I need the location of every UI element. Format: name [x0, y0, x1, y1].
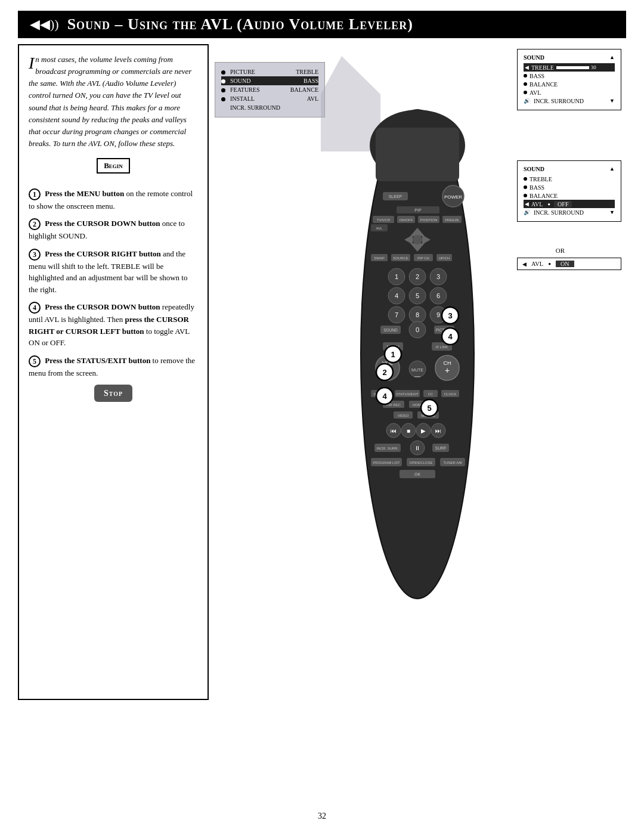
step-4-bold: Press the CURSOR DOWN button — [45, 302, 160, 311]
svg-text:⏮: ⏮ — [391, 428, 397, 434]
svg-text:3: 3 — [436, 273, 440, 280]
svg-text:1: 1 — [395, 273, 398, 280]
sm1-bullet-balance — [524, 82, 527, 86]
step-num-5: 5 — [29, 355, 41, 367]
sm1-label-bass: BASS — [530, 73, 544, 79]
svg-text:CLOCK: CLOCK — [444, 392, 457, 396]
sm2-row-avl: ◀ AVL ● OFF — [524, 200, 615, 208]
bullet-sound — [221, 79, 225, 83]
step-3-bold: Press the CURSOR RIGHT button — [45, 249, 161, 258]
bullet-install — [221, 97, 225, 101]
svg-text:5: 5 — [427, 404, 431, 413]
sm2-row-surround: 🔊 INCR. SURROUND ▼ — [524, 208, 615, 216]
main-menu-panel: PICTURE TREBLE SOUND BASS FEATURES BALAN… — [215, 62, 325, 117]
menu-row-sound: SOUND BASS — [221, 76, 318, 85]
step-num-4: 4 — [29, 302, 41, 314]
step-1: 1 Press the MENU button on the remote co… — [29, 188, 198, 212]
svg-text:MUTE: MUTE — [411, 368, 423, 372]
svg-rect-2 — [376, 128, 459, 181]
menu-row-install: INSTALL AVL — [221, 94, 318, 103]
svg-text:TUNER A/B: TUNER A/B — [443, 461, 462, 465]
svg-text:OK: OK — [414, 472, 420, 476]
svg-text:9: 9 — [436, 311, 440, 318]
svg-point-23 — [413, 235, 422, 244]
drop-cap: I — [29, 55, 34, 72]
svg-text:+: + — [445, 366, 450, 375]
svg-text:⏸: ⏸ — [414, 445, 420, 451]
menu-sub-avl: AVL — [307, 95, 318, 102]
intro-text: In most cases, the volume levels coming … — [29, 54, 198, 150]
step-num-2: 2 — [29, 218, 41, 230]
svg-text:INCR. SURR.: INCR. SURR. — [377, 447, 399, 450]
sm1-bar-value: 30 — [591, 64, 596, 70]
sm2-label-avl: AVL — [531, 201, 543, 208]
svg-text:OPEN/CLOSE: OPEN/CLOSE — [409, 461, 432, 465]
menu-label-picture: PICTURE — [230, 69, 291, 75]
page-title: Sound – Using the AVL (Audio Volume Leve… — [67, 16, 413, 33]
svg-text:3: 3 — [448, 311, 452, 320]
svg-text:UP/CH: UP/CH — [439, 256, 450, 260]
menu-sub-balance: BALANCE — [290, 86, 318, 93]
menu-label-sound: SOUND — [230, 78, 299, 84]
svg-text:PROGRAM LIST: PROGRAM LIST — [373, 461, 400, 465]
svg-text:▶: ▶ — [421, 428, 426, 434]
sm1-arrow-treble: ◀ — [525, 64, 529, 70]
sm2-row-bass: BASS — [524, 183, 615, 191]
sm2-dot-avl: ● — [547, 202, 550, 207]
stop-label: Stop — [94, 385, 132, 402]
main-content: In most cases, the volume levels coming … — [18, 44, 626, 700]
svg-text:2: 2 — [416, 273, 419, 280]
sm1-row-avl: AVL — [524, 88, 615, 97]
sm2-surround-icon: 🔊 — [524, 209, 530, 215]
sm1-label-surround: INCR. SURROUND — [534, 98, 584, 104]
svg-text:STATUS/EXIT: STATUS/EXIT — [396, 392, 419, 396]
svg-text:4: 4 — [395, 292, 398, 299]
sm1-label-treble: TREBLE — [531, 64, 554, 71]
svg-text:SLEEP: SLEEP — [389, 194, 402, 199]
avl-on-value: ON — [556, 261, 574, 267]
svg-text:■: ■ — [407, 428, 410, 434]
sm1-row-treble: ◀ TREBLE 30 — [524, 63, 615, 72]
menu-row-surround: INCR. SURROUND — [221, 103, 318, 112]
svg-text:2: 2 — [382, 368, 386, 377]
remote-control: SLEEP POWER PIP TV/VCR ON/OFF POSITION F… — [340, 104, 495, 605]
submenu-treble: SOUND ▲ ◀ TREBLE 30 BASS BALANCE — [517, 49, 621, 110]
sm2-arrow-avl: ◀ — [525, 201, 529, 207]
sm2-bullet-bass — [524, 185, 527, 189]
menu-row-picture: PICTURE TREBLE — [221, 67, 318, 76]
sm1-surround-icon: 🔊 — [524, 98, 530, 104]
bullet-features — [221, 88, 225, 92]
sm1-row-surround: 🔊 INCR. SURROUND ▼ — [524, 97, 615, 105]
begin-label: Begin — [97, 158, 130, 174]
sm2-up-arrow: ▲ — [609, 166, 615, 172]
sm2-value-avl: OFF — [554, 201, 572, 208]
avl-on-arrow: ◀ — [522, 261, 527, 267]
sm1-bullet-avl — [524, 91, 527, 94]
svg-text:SOUND: SOUND — [383, 328, 398, 332]
svg-text:SURF: SURF — [435, 446, 446, 450]
bullet-picture — [221, 70, 225, 75]
menu-sub-surround: INCR. SURROUND — [230, 104, 280, 111]
sm1-row-bass: BASS — [524, 72, 615, 80]
sm2-down-arrow: ▼ — [609, 209, 615, 215]
sm1-row-balance: BALANCE — [524, 80, 615, 88]
svg-text:4: 4 — [382, 392, 387, 401]
sm1-down-arrow: ▼ — [609, 98, 615, 104]
instruction-panel: In most cases, the volume levels coming … — [18, 44, 209, 700]
sm1-label-avl: AVL — [530, 89, 541, 96]
svg-text:TV/VCR: TV/VCR — [377, 218, 391, 222]
svg-text:CC: CC — [428, 392, 434, 396]
svg-text:POSITION: POSITION — [420, 218, 438, 222]
svg-text:PIP: PIP — [414, 208, 422, 212]
sm2-label-surround: INCR. SURROUND — [534, 209, 584, 216]
submenu-avl: SOUND ▲ TREBLE BASS BALANCE ◀ AVL ● OFF — [517, 160, 621, 222]
svg-text:⏭: ⏭ — [435, 428, 441, 434]
step-5: 5 Press the STATUS/EXIT button to remove… — [29, 355, 198, 379]
step-3: 3 Press the CURSOR RIGHT button and the … — [29, 248, 198, 296]
svg-text:SOURCE: SOURCE — [393, 256, 408, 260]
sm2-label-balance: BALANCE — [530, 193, 558, 199]
svg-text:POWER: POWER — [444, 194, 462, 200]
svg-text:5: 5 — [416, 292, 419, 299]
step-2: 2 Press the CURSOR DOWN button once to h… — [29, 218, 198, 242]
svg-text:VIDEO: VIDEO — [398, 414, 409, 417]
